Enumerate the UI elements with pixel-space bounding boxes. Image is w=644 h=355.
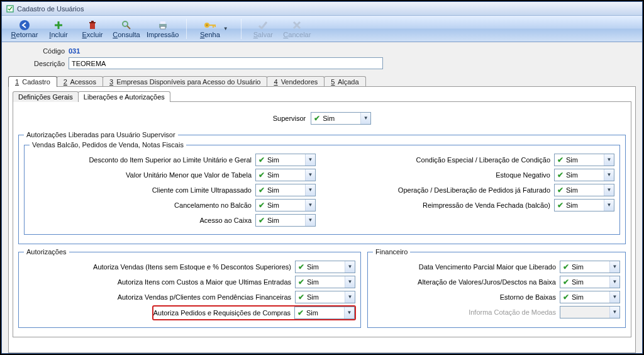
group-autorizacoes-legend: Autorizações bbox=[24, 248, 69, 256]
cliente-limite-combo[interactable]: ✔Sim▼ bbox=[255, 184, 316, 196]
trash-icon bbox=[87, 20, 97, 31]
svg-rect-4 bbox=[91, 21, 94, 22]
cancel-button[interactable]: Cancelar bbox=[280, 17, 313, 41]
cotacao-combo: ✔▼ bbox=[560, 306, 620, 318]
tab-alcada[interactable]: 5 Alçada bbox=[324, 76, 365, 87]
aut-pend-combo[interactable]: ✔Sim▼ bbox=[295, 291, 355, 303]
group-supervisor-legend: Autorizações Liberadas para Usuário Supe… bbox=[24, 131, 178, 138]
dropdown-arrow-icon: ▼ bbox=[223, 26, 228, 31]
reimpressao-label: Reimpressão de Venda Fechada (balcão) bbox=[423, 201, 550, 209]
chevron-down-icon: ▼ bbox=[360, 113, 370, 124]
aut-pedidos-label: Autoriza Pedidos e Requisições de Compra… bbox=[153, 309, 291, 317]
group-financeiro: Financeiro Data Vencimento Parcial Maior… bbox=[367, 248, 626, 328]
supervisor-combo[interactable]: ✔ Sim ▼ bbox=[311, 112, 371, 125]
delete-button[interactable]: Excluir bbox=[76, 17, 109, 41]
tab-acessos[interactable]: 2 Acessos bbox=[57, 76, 103, 87]
svg-rect-2 bbox=[90, 23, 95, 29]
cond-especial-combo[interactable]: ✔Sim▼ bbox=[554, 154, 614, 166]
toolbar-separator-2 bbox=[241, 19, 242, 39]
aut-vendas-combo[interactable]: ✔Sim▼ bbox=[295, 261, 355, 273]
alt-valores-combo[interactable]: ✔Sim▼ bbox=[560, 276, 620, 288]
reimpressao-combo[interactable]: ✔Sim▼ bbox=[554, 199, 614, 211]
key-icon bbox=[204, 20, 216, 31]
aut-custos-label: Autoriza Itens com Custos a Maior que Ul… bbox=[118, 278, 291, 286]
toolbar: Retornar Incluir Excluir Consulta Impres… bbox=[2, 16, 642, 42]
search-label: Consulta bbox=[113, 31, 140, 38]
group-supervisor: Autorizações Liberadas para Usuário Supe… bbox=[18, 131, 626, 244]
svg-point-1 bbox=[19, 20, 30, 30]
tab-cadastro[interactable]: 1 Cadastro bbox=[8, 76, 57, 87]
sub-tabs: Definições Gerais Liberações e Autorizaç… bbox=[13, 91, 631, 101]
svg-rect-9 bbox=[160, 26, 165, 29]
data-venc-label: Data Vencimento Parcial Maior que Libera… bbox=[419, 263, 556, 271]
descricao-input[interactable] bbox=[69, 57, 383, 69]
tab-empresas[interactable]: 3 Empresas Disponíveis para Acesso do Us… bbox=[103, 76, 267, 87]
desc-item-label: Desconto do Item Superior ao Limite Unit… bbox=[89, 156, 252, 164]
delete-label: Excluir bbox=[82, 31, 103, 38]
group-financeiro-legend: Financeiro bbox=[373, 248, 410, 256]
valor-unit-combo[interactable]: ✔Sim▼ bbox=[255, 169, 316, 181]
svg-rect-14 bbox=[214, 25, 216, 27]
oper-deslib-combo[interactable]: ✔Sim▼ bbox=[554, 184, 614, 196]
svg-line-6 bbox=[127, 26, 130, 29]
aut-custos-combo[interactable]: ✔Sim▼ bbox=[295, 276, 355, 288]
acesso-caixa-combo[interactable]: ✔Sim▼ bbox=[255, 214, 316, 227]
add-label: Incluir bbox=[49, 31, 67, 38]
cliente-limite-label: Cliente com Limite Ultrapassado bbox=[152, 186, 252, 194]
cond-especial-label: Condição Especial / Liberação de Condiçã… bbox=[416, 156, 550, 164]
password-button[interactable]: Senha ▼ bbox=[192, 17, 236, 41]
estoque-neg-combo[interactable]: ✔Sim▼ bbox=[554, 169, 614, 181]
toolbar-separator bbox=[186, 19, 187, 39]
svg-rect-8 bbox=[160, 21, 165, 24]
aut-pedidos-combo[interactable]: ✔Sim▼ bbox=[294, 307, 355, 319]
add-button[interactable]: Incluir bbox=[42, 17, 75, 41]
subtab-liberacoes[interactable]: Liberações e Autorizações bbox=[78, 91, 170, 102]
window-title: Cadastro de Usuários bbox=[17, 5, 84, 13]
plus-icon bbox=[53, 20, 64, 31]
cancel-balcao-combo[interactable]: ✔Sim▼ bbox=[255, 199, 316, 211]
search-button[interactable]: Consulta bbox=[110, 17, 143, 41]
acesso-caixa-label: Acesso ao Caixa bbox=[199, 217, 252, 224]
estoque-neg-label: Estoque Negativo bbox=[496, 171, 550, 179]
print-label: Impressão bbox=[147, 31, 179, 38]
supervisor-label: Supervisor bbox=[273, 115, 306, 122]
check-icon: ✔ bbox=[314, 114, 320, 123]
codigo-label: Código bbox=[8, 47, 69, 55]
back-label: Retornar bbox=[11, 31, 38, 38]
tab-body: Definições Gerais Liberações e Autorizaç… bbox=[8, 86, 636, 353]
oper-deslib-label: Operação / DesLiberação de Pedidos já Fa… bbox=[398, 186, 550, 194]
cancel-label: Cancelar bbox=[283, 31, 311, 38]
svg-rect-13 bbox=[213, 25, 214, 28]
print-button[interactable]: Impressão bbox=[144, 17, 181, 41]
group-vendas: Vendas Balcão, Pedidos de Venda, Notas F… bbox=[24, 141, 620, 235]
desc-item-combo[interactable]: ✔Sim▼ bbox=[255, 154, 316, 166]
svg-rect-3 bbox=[89, 22, 96, 23]
tab-vendedores[interactable]: 4 Vendedores bbox=[267, 76, 325, 87]
subtab-definicoes[interactable]: Definições Gerais bbox=[13, 91, 79, 102]
back-icon bbox=[19, 20, 30, 31]
app-icon bbox=[6, 4, 14, 13]
highlighted-row: Autoriza Pedidos e Requisições de Compra… bbox=[153, 306, 355, 320]
main-tabs: 1 Cadastro 2 Acessos 3 Empresas Disponív… bbox=[8, 76, 636, 86]
alt-valores-label: Alteração de Valores/Juros/Desctos na Ba… bbox=[418, 278, 556, 286]
codigo-value: 031 bbox=[69, 47, 80, 55]
estorno-combo[interactable]: ✔Sim▼ bbox=[560, 291, 620, 303]
titlebar: Cadastro de Usuários bbox=[2, 2, 642, 16]
subtab-body: Supervisor ✔ Sim ▼ Autorizações Liberada… bbox=[13, 101, 631, 337]
cotacao-label: Informa Cotação de Moedas bbox=[469, 308, 556, 316]
back-button[interactable]: Retornar bbox=[8, 17, 41, 41]
data-venc-combo[interactable]: ✔Sim▼ bbox=[560, 261, 620, 273]
estorno-label: Estorno de Baixas bbox=[500, 293, 556, 301]
save-button[interactable]: Salvar bbox=[247, 17, 279, 41]
group-vendas-legend: Vendas Balcão, Pedidos de Venda, Notas F… bbox=[30, 141, 186, 149]
printer-icon bbox=[157, 20, 169, 31]
check-icon bbox=[257, 20, 269, 31]
valor-unit-label: Valor Unitário Menor que Valor de Tabela bbox=[126, 171, 252, 179]
svg-point-11 bbox=[206, 24, 208, 26]
form-body: Código 031 Descrição 1 Cadastro 2 Acesso… bbox=[2, 42, 642, 353]
svg-rect-12 bbox=[209, 25, 215, 26]
svg-point-5 bbox=[123, 21, 128, 26]
aut-pend-label: Autoriza Vendas p/Clientes com Pendência… bbox=[118, 293, 291, 301]
window-root: Cadastro de Usuários Retornar Incluir Ex… bbox=[1, 1, 643, 354]
password-label: Senha bbox=[200, 31, 220, 38]
